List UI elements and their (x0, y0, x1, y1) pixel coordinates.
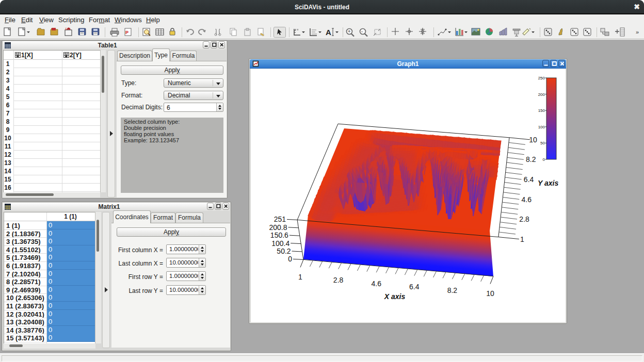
svg-text:1: 1 (298, 273, 302, 281)
svg-text:250: 250 (538, 76, 545, 80)
svg-text:200: 200 (538, 92, 545, 97)
svg-text:10: 10 (486, 289, 494, 298)
svg-text:+: + (348, 29, 350, 34)
svg-text:Y axis: Y axis (538, 179, 558, 187)
svg-text:200.8: 200.8 (269, 223, 287, 232)
svg-text:8.2: 8.2 (447, 286, 458, 294)
svg-text:8.2: 8.2 (526, 155, 536, 163)
svg-text:A: A (326, 28, 331, 37)
svg-text:100: 100 (538, 125, 545, 129)
svg-text:150.6: 150.6 (270, 231, 288, 239)
svg-text:50.2: 50.2 (277, 247, 291, 255)
svg-text:P: P (125, 30, 128, 35)
svg-text:X axis: X axis (384, 292, 406, 301)
svg-text:2.8: 2.8 (333, 276, 344, 284)
svg-text:100.4: 100.4 (271, 239, 289, 248)
svg-text:10: 10 (529, 136, 537, 144)
svg-text:0: 0 (543, 157, 545, 162)
svg-text:0: 0 (288, 255, 292, 263)
svg-text:150: 150 (538, 108, 545, 113)
svg-text:6.4: 6.4 (409, 283, 420, 291)
svg-text:1: 1 (520, 235, 524, 243)
svg-text:4.6: 4.6 (371, 279, 381, 288)
svg-text:4.6: 4.6 (522, 195, 532, 204)
svg-text:-: - (361, 29, 363, 34)
svg-text:»: » (636, 29, 639, 35)
svg-text:6.4: 6.4 (524, 175, 534, 184)
svg-text:50: 50 (540, 141, 545, 145)
svg-text:2.8: 2.8 (519, 215, 529, 223)
svg-text:251: 251 (274, 215, 286, 223)
